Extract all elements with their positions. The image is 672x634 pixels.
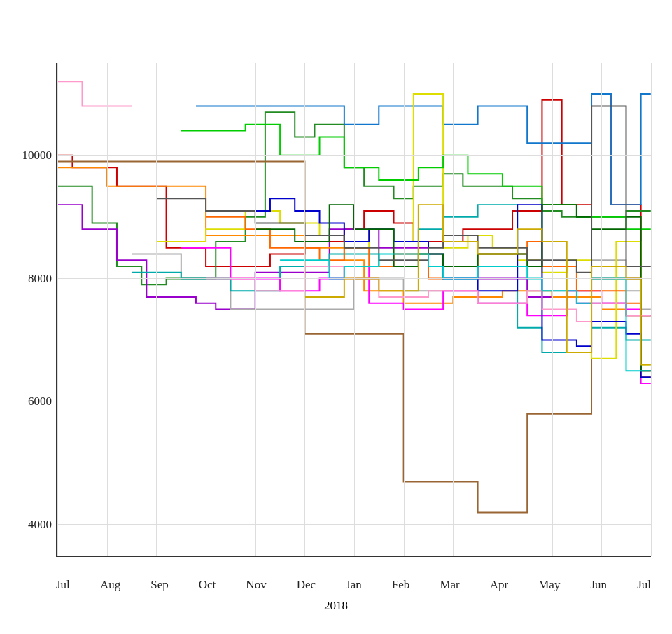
x-axis-label: Jun <box>590 578 607 592</box>
y-tick-label: 10000 <box>22 149 58 163</box>
x-grid-line <box>404 63 405 556</box>
x-grid-line <box>503 63 503 556</box>
x-axis-label: Nov <box>246 578 266 592</box>
x-axis-label: Mar <box>440 578 459 592</box>
x-grid-line <box>453 63 454 556</box>
x-grid-line <box>552 63 553 556</box>
x-grid-line <box>57 63 58 556</box>
y-tick-label: 6000 <box>28 394 57 408</box>
x-axis-label: Jul <box>637 578 651 592</box>
x-axis-label: May <box>538 578 560 592</box>
x-grid-line <box>156 63 157 556</box>
x-axis-label: Jul <box>56 578 70 592</box>
x-axis-label: Sep <box>150 578 169 592</box>
y-tick-label: 4000 <box>28 518 57 532</box>
x-grid-line <box>651 63 652 556</box>
x-axis-label: Oct <box>199 578 216 592</box>
chart-area: 40006000800010000 <box>56 63 651 557</box>
x-grid-line <box>304 63 305 556</box>
x-axis-label: Aug <box>100 578 120 592</box>
x-year-label: 2018 <box>0 599 672 613</box>
x-axis-label: Dec <box>297 578 316 592</box>
x-grid-line <box>255 63 256 556</box>
chart-container: 40006000800010000 JulAugSepOctNovDecJanF… <box>0 0 672 634</box>
x-grid-line <box>107 63 108 556</box>
x-grid-line <box>206 63 206 556</box>
x-grid-line <box>601 63 602 556</box>
x-grid-line <box>354 63 355 556</box>
x-axis-labels: JulAugSepOctNovDecJanFebMarAprMayJunJul <box>56 578 651 592</box>
x-axis-label: Apr <box>490 578 508 592</box>
y-tick-label: 8000 <box>28 272 57 286</box>
x-axis-label: Jan <box>346 578 362 592</box>
x-axis-label: Feb <box>392 578 410 592</box>
